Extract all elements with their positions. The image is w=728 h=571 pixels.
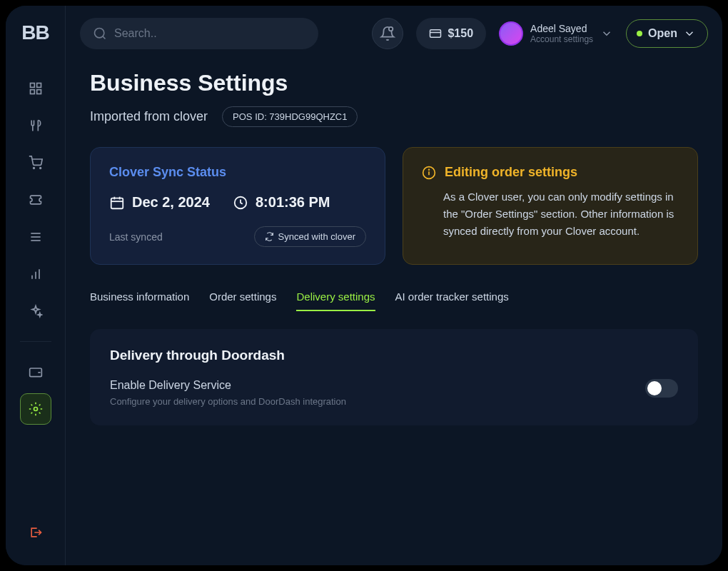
delivery-toggle[interactable]: [645, 379, 678, 398]
svg-rect-2: [30, 90, 34, 94]
svg-point-5: [39, 168, 41, 169]
setting-label: Enable Delivery Service: [110, 379, 346, 392]
tab-order-settings[interactable]: Order settings: [209, 290, 276, 311]
pos-id-pill: POS ID: 739HDG99QHZC1: [222, 106, 358, 127]
tab-ai-tracker[interactable]: AI order tracker settings: [395, 290, 509, 311]
user-menu[interactable]: Adeel Sayed Account settings: [499, 21, 613, 46]
svg-point-14: [95, 29, 104, 38]
toggle-knob: [647, 381, 662, 395]
svg-line-15: [103, 36, 105, 39]
status-label: Open: [648, 27, 677, 40]
sync-button-label: Synced with clover: [278, 231, 355, 242]
nav-settings[interactable]: [20, 393, 51, 425]
user-name: Adeel Sayed: [530, 23, 593, 34]
logo: BB: [21, 21, 49, 44]
chevron-down-icon: [600, 27, 613, 40]
tab-delivery-settings[interactable]: Delivery settings: [296, 290, 375, 311]
nav-tickets[interactable]: [20, 184, 51, 216]
delivery-panel: Delivery through Doordash Enable Deliver…: [90, 329, 698, 425]
svg-point-13: [34, 408, 37, 411]
sync-time: 8:01:36 PM: [256, 194, 330, 211]
bell-icon: [380, 26, 395, 41]
svg-point-4: [33, 168, 34, 169]
svg-point-26: [429, 169, 430, 170]
sync-date: Dec 2, 2024: [132, 194, 210, 211]
calendar-icon: [109, 195, 125, 211]
svg-rect-19: [111, 198, 123, 208]
nav-cart[interactable]: [20, 147, 51, 178]
notifications-button[interactable]: [372, 18, 403, 49]
nav-menu[interactable]: [20, 110, 51, 141]
page-title: Business Settings: [90, 70, 698, 96]
info-icon: [422, 166, 436, 180]
logout-icon: [29, 525, 43, 540]
last-synced-label: Last synced: [109, 231, 163, 243]
balance-pill[interactable]: $150: [416, 18, 486, 49]
sync-button[interactable]: Synced with clover: [254, 226, 366, 247]
nav-wallet[interactable]: [20, 356, 51, 388]
setting-description: Configure your delivery options and Door…: [110, 396, 346, 407]
balance-amount: $150: [448, 27, 473, 40]
refresh-icon: [265, 232, 274, 241]
clock-icon: [233, 195, 248, 211]
grid-icon: [29, 81, 43, 96]
svg-point-16: [389, 27, 393, 31]
tabs: Business information Order settings Deli…: [90, 290, 698, 312]
sparkle-icon: [29, 304, 43, 318]
fork-knife-icon: [29, 118, 43, 133]
nav-ai[interactable]: [20, 295, 51, 327]
topbar: $150 Adeel Sayed Account settings Open: [66, 6, 722, 61]
search-field[interactable]: [114, 27, 305, 40]
ticket-icon: [29, 193, 43, 207]
user-subtitle: Account settings: [530, 34, 593, 44]
wallet-icon: [29, 365, 43, 379]
list-icon: [29, 230, 43, 244]
logout-button[interactable]: [20, 517, 51, 548]
tab-business-info[interactable]: Business information: [90, 290, 189, 311]
panel-title: Delivery through Doordash: [110, 348, 678, 363]
nav-divider: [20, 341, 51, 342]
card-icon: [429, 27, 442, 40]
svg-rect-0: [30, 84, 34, 88]
page-subtitle: Imported from clover: [90, 109, 208, 124]
warning-text: As a Clover user, you can only modify se…: [422, 188, 679, 240]
search-input[interactable]: [80, 18, 318, 49]
sync-status-card: Clover Sync Status Dec 2, 2024 8:01:36 P…: [90, 147, 385, 265]
sidebar: BB: [6, 6, 66, 565]
nav-list[interactable]: [20, 221, 51, 253]
svg-rect-17: [430, 30, 441, 38]
chart-icon: [29, 267, 43, 281]
gear-icon: [29, 402, 43, 416]
status-open-button[interactable]: Open: [626, 19, 708, 48]
avatar: [499, 21, 523, 46]
sync-card-title: Clover Sync Status: [109, 165, 366, 180]
chevron-down-icon: [683, 27, 696, 40]
warning-title: Editing order settings: [445, 165, 577, 180]
cart-icon: [29, 156, 43, 170]
status-dot: [637, 31, 642, 36]
svg-rect-1: [36, 84, 41, 88]
search-icon: [93, 26, 107, 41]
nav-dashboard[interactable]: [20, 73, 51, 104]
warning-card: Editing order settings As a Clover user,…: [403, 147, 698, 265]
svg-rect-3: [36, 90, 41, 94]
nav-analytics[interactable]: [20, 258, 51, 290]
